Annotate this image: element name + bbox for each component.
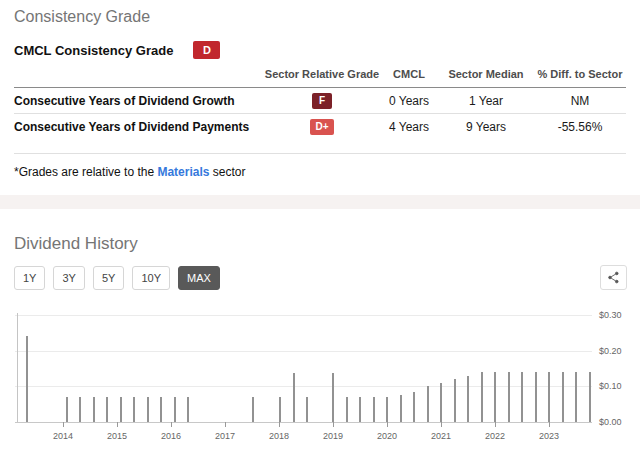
x-axis-label: 2021 [421, 431, 461, 441]
chart-bar [589, 372, 591, 422]
x-axis-tick [225, 422, 226, 427]
chart-gridline [15, 315, 592, 316]
x-axis-tick [279, 422, 280, 427]
y-axis-label: $0.20 [599, 346, 622, 356]
x-axis-tick [63, 422, 64, 427]
timeframe-button-10y[interactable]: 10Y [132, 266, 170, 290]
grade-badge-d-plus: D+ [310, 119, 334, 135]
chart-bar [187, 397, 189, 422]
grade-cell: F [264, 88, 380, 114]
materials-sector-link[interactable]: Materials [157, 165, 209, 179]
cmcl-value: 4 Years [380, 114, 438, 154]
x-axis-tick [117, 422, 118, 427]
chart-bar [521, 372, 523, 422]
x-axis-tick [171, 422, 172, 427]
header-empty [14, 68, 264, 88]
row-label: Consecutive Years of Dividend Growth [14, 88, 264, 114]
x-axis-label: 2015 [97, 431, 137, 441]
timeframe-button-max[interactable]: MAX [178, 266, 220, 290]
footnote-prefix: *Grades are relative to the [14, 165, 157, 179]
dividend-history-title: Dividend History [14, 234, 138, 254]
chart-bar [147, 397, 149, 422]
x-axis-label: 2019 [313, 431, 353, 441]
chart-bar [440, 383, 442, 422]
y-axis-label: $0.30 [599, 310, 622, 320]
chart-bar [400, 395, 402, 422]
chart-bar [373, 397, 375, 422]
sector-median-value: 9 Years [438, 114, 534, 154]
chart-bar [346, 397, 348, 422]
x-axis-tick [441, 422, 442, 427]
x-axis-label: 2023 [529, 431, 569, 441]
x-axis-label: 2018 [259, 431, 299, 441]
chart-bar [494, 372, 496, 422]
y-axis-label: $0.10 [599, 381, 622, 391]
chart-bar [279, 397, 281, 422]
header-cmcl: CMCL [380, 68, 438, 88]
x-axis-tick [333, 422, 334, 427]
section-divider [0, 195, 640, 209]
chart-bar [575, 372, 577, 422]
chart-y-axis [17, 313, 18, 422]
footnote-suffix: sector [209, 165, 245, 179]
chart-bar [562, 372, 564, 422]
share-button[interactable] [600, 265, 627, 290]
page: Consistency Grade CMCL Consistency Grade… [0, 0, 640, 467]
chart-bar [66, 397, 68, 422]
timeframe-button-3y[interactable]: 3Y [53, 266, 84, 290]
chart-bar [386, 397, 388, 422]
chart-bar [454, 379, 456, 422]
chart-bar [174, 397, 176, 422]
x-axis-label: 2014 [43, 431, 83, 441]
x-axis-label: 2022 [475, 431, 515, 441]
consistency-grades-table: Sector Relative Grade CMCL Sector Median… [14, 68, 626, 154]
chart-bar [413, 392, 415, 422]
chart-bar [133, 397, 135, 422]
chart-bar [93, 397, 95, 422]
chart-bar [427, 386, 429, 422]
header-sector-relative-grade: Sector Relative Grade [264, 68, 380, 88]
cmcl-consistency-label: CMCL Consistency Grade [14, 43, 173, 58]
chart-bar [252, 397, 254, 422]
chart-bar [120, 397, 122, 422]
overall-grade-badge: D [193, 41, 220, 59]
diff-value: NM [534, 88, 626, 114]
header-sector-median: Sector Median [438, 68, 534, 88]
chart-bar [306, 397, 308, 422]
share-icon [607, 271, 620, 284]
dividend-chart: $0.00$0.10$0.20$0.3020142015201620172018… [0, 305, 640, 455]
chart-bar [467, 376, 469, 422]
chart-bar [106, 397, 108, 422]
timeframe-button-5y[interactable]: 5Y [93, 266, 124, 290]
table-row: Consecutive Years of Dividend Growth F 0… [14, 88, 626, 114]
x-axis-label: 2016 [151, 431, 191, 441]
x-axis-label: 2020 [367, 431, 407, 441]
x-axis-label: 2017 [205, 431, 245, 441]
header-diff-to-sector: % Diff. to Sector [534, 68, 626, 88]
consistency-grade-title: Consistency Grade [14, 8, 150, 26]
chart-bar [535, 372, 537, 422]
grade-badge-f: F [312, 93, 332, 109]
chart-bar [26, 336, 28, 422]
cmcl-consistency-row: CMCL Consistency Grade D [14, 41, 220, 59]
y-axis-label: $0.00 [599, 417, 622, 427]
chart-bar [160, 397, 162, 422]
chart-bar [79, 397, 81, 422]
table-row: Consecutive Years of Dividend Payments D… [14, 114, 626, 154]
diff-value: -55.56% [534, 114, 626, 154]
sector-median-value: 1 Year [438, 88, 534, 114]
chart-bar [481, 372, 483, 422]
cmcl-value: 0 Years [380, 88, 438, 114]
x-axis-tick [549, 422, 550, 427]
chart-bar [293, 373, 295, 422]
grades-footnote: *Grades are relative to the Materials se… [14, 165, 245, 179]
timeframe-button-1y[interactable]: 1Y [14, 266, 45, 290]
grade-cell: D+ [264, 114, 380, 154]
chart-bar [508, 372, 510, 422]
row-label: Consecutive Years of Dividend Payments [14, 114, 264, 154]
x-axis-tick [387, 422, 388, 427]
chart-gridline [15, 386, 592, 387]
chart-gridline [15, 422, 592, 423]
chart-bar [332, 373, 334, 422]
timeframe-buttons: 1Y3Y5Y10YMAX [14, 266, 220, 290]
